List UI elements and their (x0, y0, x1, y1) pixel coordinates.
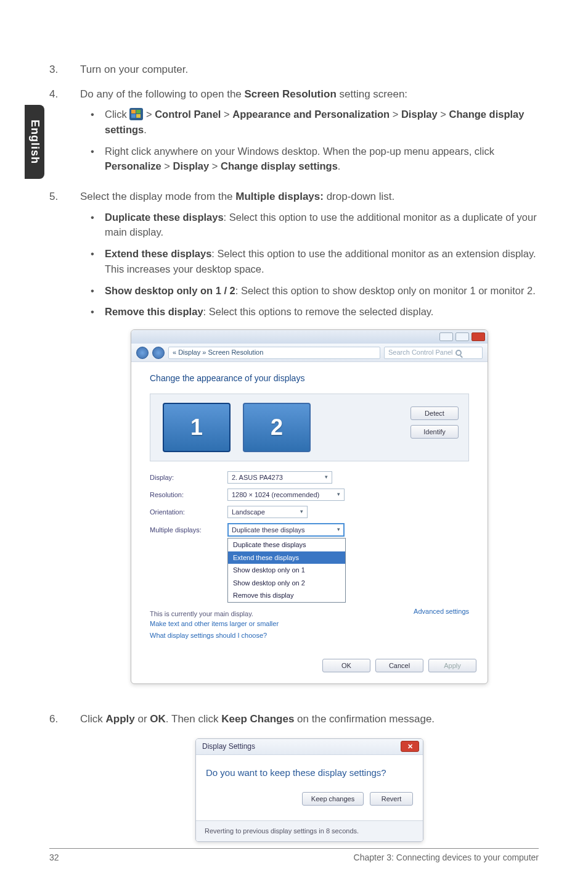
multiple-displays-dropdown[interactable]: Duplicate these displays▾ (227, 523, 345, 537)
chapter-title: Chapter 3: Connecting devices to your co… (354, 852, 539, 862)
chevron-down-icon: ▾ (300, 508, 303, 516)
bullet-text: Duplicate these displays: Select this op… (105, 210, 539, 241)
detect-button[interactable]: Detect (410, 406, 459, 420)
display-dropdown[interactable]: 2. ASUS PA4273▾ (227, 471, 332, 484)
bullet-text: Show desktop only on 1 / 2: Select this … (105, 283, 539, 299)
forward-button[interactable] (152, 347, 165, 359)
display-label: Display: (150, 472, 218, 483)
search-icon (455, 350, 462, 356)
dialog-heading: Change the appearance of your displays (150, 372, 469, 385)
step-text: Turn on your computer. (80, 62, 539, 78)
search-input[interactable]: Search Control Panel (384, 347, 483, 359)
dropdown-option[interactable]: Show desktop only on 1 (228, 564, 345, 577)
address-bar: « Display » Screen Resolution Search Con… (131, 344, 488, 362)
step-intro: Do any of the following to open the Scre… (80, 88, 407, 100)
dialog-links: This is currently your main display. Mak… (150, 609, 279, 642)
help-link[interactable]: What display settings should I choose? (150, 630, 279, 641)
apply-button[interactable]: Apply (428, 659, 476, 672)
monitor-2[interactable]: 2 (243, 403, 311, 452)
orientation-dropdown[interactable]: Landscape▾ (227, 506, 308, 518)
bullet-icon: • (80, 210, 105, 241)
advanced-settings-link[interactable]: Advanced settings (414, 606, 469, 617)
bullet-icon: • (80, 246, 105, 277)
step-number: 5. (49, 189, 80, 703)
multiple-displays-label: Multiple displays: (150, 525, 218, 535)
bullet-text: Remove this display: Select this options… (105, 304, 539, 320)
bullet-icon: • (80, 304, 105, 320)
bullet-text: Click > Control Panel > Appearance and P… (105, 107, 539, 138)
bullet-icon: • (80, 144, 105, 175)
dropdown-option[interactable]: Extend these displays (228, 551, 345, 564)
step-intro: Select the display mode from the Multipl… (80, 191, 394, 202)
identify-button[interactable]: Identify (410, 425, 459, 439)
main-display-note: This is currently your main display. (150, 610, 253, 617)
start-icon (129, 108, 143, 120)
titlebar: Display Settings ✕ (196, 739, 423, 755)
resolution-label: Resolution: (150, 490, 218, 500)
language-tab-label: English (28, 120, 41, 164)
chevron-down-icon: ▾ (337, 490, 340, 499)
step-text: Click Apply or OK. Then click Keep Chang… (80, 713, 435, 725)
dropdown-option[interactable]: Duplicate these displays (228, 538, 345, 551)
bullet-icon: • (80, 283, 105, 299)
titlebar (131, 330, 488, 344)
text-size-link[interactable]: Make text and other items larger or smal… (150, 619, 279, 629)
breadcrumb[interactable]: « Display » Screen Resolution (168, 347, 380, 359)
multiple-displays-options: Duplicate these displays Extend these di… (227, 538, 346, 603)
page-number: 32 (49, 852, 59, 862)
monitor-arrangement[interactable]: 1 2 Detect Identify (150, 394, 469, 461)
close-button[interactable] (472, 332, 485, 341)
bullet-text: Extend these displays: Select this optio… (105, 246, 539, 277)
countdown-text: Reverting to previous display settings i… (196, 820, 423, 841)
bullet-text: Right click anywhere on your Windows des… (105, 144, 539, 175)
bullet-icon: • (80, 107, 105, 138)
step-number: 3. (49, 62, 80, 78)
display-settings-dialog: Display Settings ✕ Do you want to keep t… (195, 738, 423, 842)
close-button[interactable]: ✕ (401, 741, 419, 752)
dropdown-option[interactable]: Show desktop only on 2 (228, 577, 345, 590)
monitor-1[interactable]: 1 (163, 403, 231, 452)
chevron-down-icon: ▾ (325, 473, 328, 482)
back-button[interactable] (136, 347, 149, 359)
dialog-question: Do you want to keep these display settin… (206, 766, 413, 780)
language-tab: English (25, 105, 44, 179)
keep-changes-button[interactable]: Keep changes (302, 792, 364, 806)
minimize-button[interactable] (439, 332, 453, 341)
page-footer: 32 Chapter 3: Connecting devices to your… (49, 848, 539, 862)
resolution-dropdown[interactable]: 1280 × 1024 (recommended)▾ (227, 489, 345, 501)
step-number: 6. (49, 711, 80, 867)
step-number: 4. (49, 86, 80, 181)
chevron-down-icon: ▾ (337, 526, 340, 534)
screen-resolution-dialog: « Display » Screen Resolution Search Con… (131, 329, 488, 684)
ok-button[interactable]: OK (322, 659, 370, 672)
maximize-button[interactable] (455, 332, 469, 341)
cancel-button[interactable]: Cancel (375, 659, 423, 672)
dropdown-option[interactable]: Remove this display (228, 589, 345, 602)
orientation-label: Orientation: (150, 507, 218, 518)
revert-button[interactable]: Revert (370, 792, 413, 806)
dialog-title: Display Settings (202, 741, 255, 752)
